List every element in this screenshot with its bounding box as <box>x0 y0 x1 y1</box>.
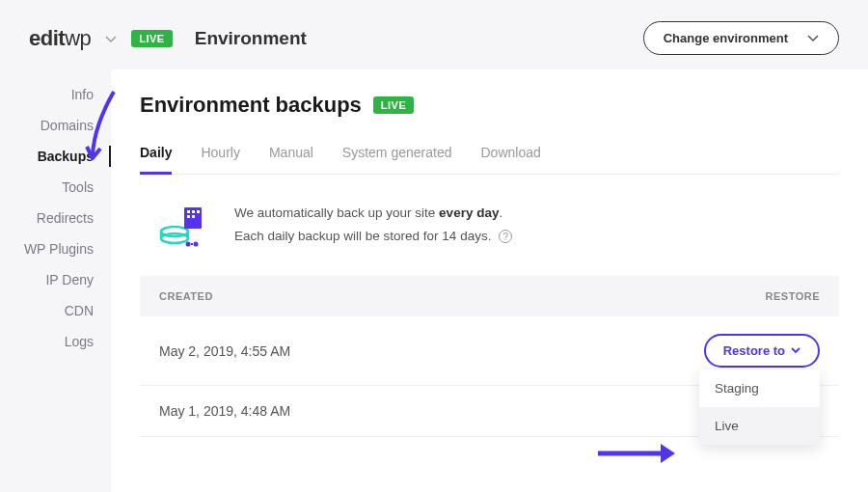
svg-rect-6 <box>187 215 190 218</box>
sidebar: Info Domains Backups Tools Redirects WP … <box>0 69 111 492</box>
created-cell: May 1, 2019, 4:48 AM <box>159 403 290 419</box>
sidebar-item-domains[interactable]: Domains <box>0 110 111 141</box>
restore-button[interactable]: Restore to <box>704 334 820 368</box>
svg-point-1 <box>161 227 188 236</box>
page-badge: LIVE <box>373 96 414 114</box>
content-panel: Environment backups LIVE Daily Hourly Ma… <box>111 69 868 492</box>
page-title-row: Environment backups LIVE <box>140 93 839 118</box>
sidebar-item-wp-plugins[interactable]: WP Plugins <box>0 233 111 264</box>
tab-daily[interactable]: Daily <box>140 145 172 175</box>
chevron-down-icon <box>791 347 800 354</box>
svg-rect-5 <box>197 210 200 213</box>
chevron-down-icon[interactable] <box>105 31 117 46</box>
sidebar-item-ip-deny[interactable]: IP Deny <box>0 264 111 295</box>
help-icon[interactable]: ? <box>499 230 512 243</box>
change-env-label: Change environment <box>664 31 788 45</box>
created-cell: May 2, 2019, 4:55 AM <box>159 343 290 359</box>
svg-rect-3 <box>187 210 190 213</box>
col-restore: RESTORE <box>766 290 820 302</box>
restore-dropdown: Staging Live <box>699 369 820 445</box>
table-header: CREATED RESTORE <box>140 276 839 316</box>
tab-manual[interactable]: Manual <box>269 145 313 174</box>
logo[interactable]: editwp <box>29 26 91 51</box>
chevron-down-icon <box>807 35 819 42</box>
svg-point-9 <box>194 242 199 247</box>
svg-rect-7 <box>192 215 195 218</box>
sidebar-item-logs[interactable]: Logs <box>0 326 111 357</box>
info-text: We automatically back up your site every… <box>234 202 512 249</box>
sidebar-item-tools[interactable]: Tools <box>0 172 111 203</box>
sidebar-item-backups[interactable]: Backups <box>0 141 111 172</box>
sidebar-item-cdn[interactable]: CDN <box>0 295 111 326</box>
restore-label: Restore to <box>723 343 785 358</box>
dropdown-item-staging[interactable]: Staging <box>699 369 820 407</box>
tab-hourly[interactable]: Hourly <box>201 145 239 174</box>
top-header: editwp LIVE Environment Change environme… <box>0 0 868 69</box>
page-title: Environment backups <box>140 93 362 118</box>
col-created: CREATED <box>159 290 213 302</box>
tab-download[interactable]: Download <box>480 145 540 174</box>
svg-point-8 <box>186 242 191 247</box>
main-area: Info Domains Backups Tools Redirects WP … <box>0 69 868 492</box>
sidebar-item-info[interactable]: Info <box>0 79 111 110</box>
tab-system-generated[interactable]: System generated <box>342 145 452 174</box>
dropdown-item-live[interactable]: Live <box>699 407 820 445</box>
env-badge: LIVE <box>131 30 172 47</box>
env-label: Environment <box>195 28 307 49</box>
header-left: editwp LIVE Environment <box>29 26 307 51</box>
tabs: Daily Hourly Manual System generated Dow… <box>140 145 839 175</box>
backup-illustration-icon <box>157 202 207 252</box>
info-box: We automatically back up your site every… <box>140 202 839 276</box>
table-row: May 2, 2019, 4:55 AM Restore to Staging … <box>140 316 839 386</box>
change-environment-button[interactable]: Change environment <box>643 21 839 55</box>
svg-rect-4 <box>192 210 195 213</box>
sidebar-item-redirects[interactable]: Redirects <box>0 203 111 233</box>
